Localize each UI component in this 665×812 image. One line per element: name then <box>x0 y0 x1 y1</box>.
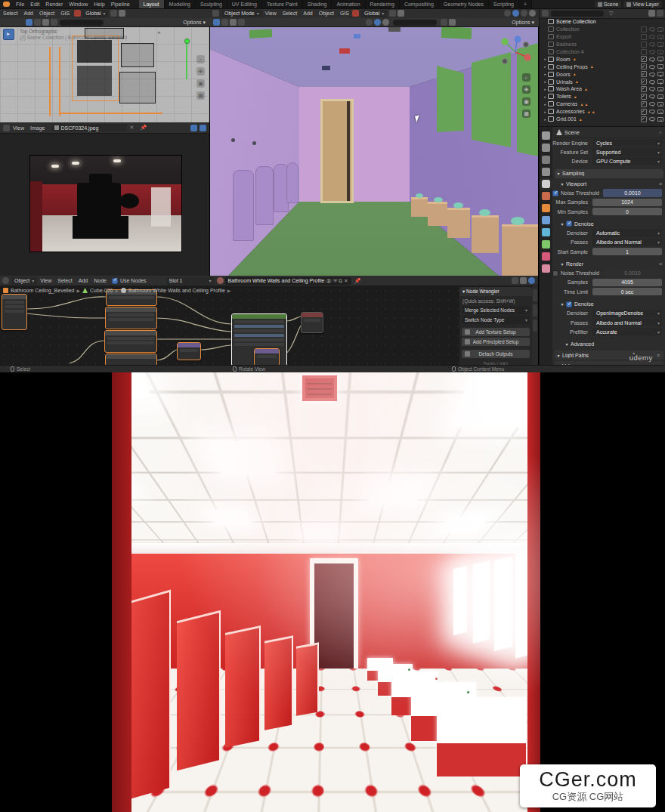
property-row[interactable]: ▾ Viewport ▾ ≡ <box>552 179 665 189</box>
property-value[interactable]: Automatic▾ <box>592 229 662 237</box>
outliner-row[interactable]: Collection <box>540 26 665 33</box>
property-value[interactable]: Albedo and Normal▾ <box>592 319 662 327</box>
exclude-checkbox[interactable] <box>641 101 647 107</box>
property-row[interactable]: ▾ Start Sample 1▾ ≡ <box>552 247 665 256</box>
node-editor-menu[interactable]: Select <box>54 278 75 283</box>
render-camera-icon[interactable] <box>657 42 663 47</box>
property-row[interactable]: ▾ Advanced ▾ ≡ <box>563 339 663 349</box>
render-camera-icon[interactable] <box>657 72 663 76</box>
render-camera-icon[interactable] <box>657 35 663 39</box>
preset-icon[interactable]: ≡ <box>659 181 662 187</box>
outliner-row[interactable]: Collection 4 <box>540 48 665 56</box>
property-value[interactable]: OpenImageDenoise▾ <box>592 310 662 318</box>
shading-rendered-icon[interactable] <box>529 10 536 17</box>
property-row[interactable]: ▾ Min Samples 0▾ ≡ <box>552 207 665 216</box>
gis-globe-icon[interactable] <box>74 10 81 17</box>
new-collection-icon[interactable] <box>648 10 655 17</box>
xray-icon[interactable] <box>42 19 49 26</box>
node-wrangler-control[interactable]: Add Principled Setup <box>462 338 530 346</box>
shader-node[interactable] <box>105 354 157 366</box>
viewport-menu[interactable]: Add <box>300 11 315 16</box>
rotate-tool-icon[interactable] <box>238 19 245 26</box>
preview-sphere-icon[interactable] <box>528 277 535 284</box>
hide-eye-icon[interactable] <box>649 35 655 39</box>
new-material-button[interactable]: ⧉ <box>339 278 342 284</box>
transform-orientation-dropdown[interactable]: Global▾ <box>82 10 108 17</box>
hide-eye-icon[interactable] <box>649 102 655 106</box>
render-camera-icon[interactable] <box>657 117 663 122</box>
axis-gizmo[interactable] <box>499 36 532 69</box>
tab-physics-icon[interactable] <box>542 228 550 236</box>
snap-magnet-icon[interactable] <box>389 10 396 17</box>
shader-node[interactable] <box>105 307 157 329</box>
unlink-material-button[interactable]: ✕ <box>344 278 348 284</box>
editor-type-icon[interactable] <box>2 277 9 284</box>
exclude-checkbox[interactable] <box>641 34 647 40</box>
outliner-row[interactable]: ▸ Grid.001 ▲ <box>540 116 665 123</box>
workspace-tab[interactable]: UV Editing <box>227 0 262 8</box>
tab-modifiers-icon[interactable] <box>542 216 550 224</box>
tab-render-icon[interactable] <box>542 144 550 152</box>
hide-eye-icon[interactable] <box>649 57 655 61</box>
checkbox-icon[interactable] <box>566 221 572 227</box>
workspace-tab[interactable]: + <box>519 0 532 8</box>
render-camera-icon[interactable] <box>657 50 663 54</box>
checkbox-icon[interactable] <box>552 190 558 196</box>
hide-eye-icon[interactable] <box>649 50 655 54</box>
zoom-icon[interactable]: ⌕ <box>522 73 530 82</box>
property-value[interactable]: Accurate▾ <box>592 328 662 336</box>
workspace-tab[interactable]: Layout <box>139 0 165 8</box>
shading-wireframe-icon[interactable] <box>504 10 511 17</box>
image-datablock-selector[interactable]: DSCF0324.jpeg <box>51 124 127 131</box>
viewport-menu[interactable]: View <box>262 11 280 16</box>
property-row[interactable]: ▾ Sampling ▾ ≡ <box>555 169 663 179</box>
image-editor-menu[interactable]: View <box>10 125 27 131</box>
gizmo-toggle-icon[interactable] <box>26 19 32 26</box>
use-nodes-checkbox[interactable]: Use Nodes <box>112 278 147 284</box>
topbar-menu[interactable]: Pipeline <box>108 2 133 7</box>
workspace-tab[interactable]: Sculpting <box>196 0 227 8</box>
pin-icon[interactable]: 📌 <box>351 278 364 284</box>
topbar-menu[interactable]: Render <box>42 2 66 7</box>
property-row[interactable]: ▾ Denoise ▾ ≡ <box>552 299 665 309</box>
viewport-3d[interactable]: ⌕ ✥ ▣ ▦ <box>210 26 538 276</box>
user-count-badge[interactable]: 2 <box>326 279 331 283</box>
ortho-menu[interactable]: Add <box>20 11 36 16</box>
render-camera-icon[interactable] <box>657 27 663 32</box>
shader-target-dropdown[interactable]: Object▾ <box>11 277 37 285</box>
shader-node[interactable] <box>2 294 27 330</box>
outliner-row[interactable]: ▸ Accessories ▲▲ <box>540 108 665 116</box>
outliner-row[interactable]: ▸ Ceiling Props ▲ <box>540 63 665 70</box>
render-camera-icon[interactable] <box>657 57 663 61</box>
editor-type-icon[interactable] <box>542 10 549 17</box>
node-editor-menu[interactable]: Node <box>91 278 110 283</box>
node-editor-menu[interactable]: Add <box>76 278 91 283</box>
render-camera-icon[interactable] <box>657 94 663 99</box>
workspace-tab[interactable]: Scripting <box>489 0 519 8</box>
outliner-search-input[interactable] <box>551 11 604 17</box>
checkbox-icon[interactable] <box>566 301 572 307</box>
camera-view-icon[interactable]: ▣ <box>196 79 205 88</box>
exclude-checkbox[interactable] <box>641 94 647 100</box>
property-value[interactable]: 1▾ <box>592 248 662 256</box>
outliner-row[interactable]: ▸ Urinals ▲ <box>540 78 665 85</box>
image-settings-icon[interactable] <box>190 125 197 131</box>
property-row[interactable]: ▾ Denoise ▾ ≡ <box>552 219 665 229</box>
render-camera-icon[interactable] <box>657 102 663 107</box>
image-display-icon[interactable] <box>200 125 206 131</box>
exclude-checkbox[interactable] <box>641 63 647 69</box>
unlink-image-button[interactable]: ✕ <box>127 125 138 131</box>
property-row[interactable]: ▾ Time Limit 0 sec▾ ≡ <box>552 287 665 296</box>
property-row[interactable]: ▾ Samples 4095▾ ≡ <box>552 278 665 287</box>
property-row[interactable]: ▾ Prefilter Accurate▾ ≡ <box>552 327 665 336</box>
property-value[interactable]: 1024▾ <box>592 199 662 207</box>
viewport-menu[interactable]: GIS <box>337 11 352 16</box>
proportional-edit-icon[interactable] <box>397 10 404 17</box>
render-camera-icon[interactable] <box>657 110 663 114</box>
property-row[interactable]: ▾ Render ▾ ≡ <box>552 259 665 269</box>
render-camera-icon[interactable] <box>657 79 663 84</box>
view-layer-selector[interactable]: View Layer <box>623 1 662 8</box>
property-value[interactable]: 4095▾ <box>592 279 662 287</box>
viewport-menu[interactable]: Object <box>316 11 337 16</box>
exclude-checkbox[interactable] <box>641 49 647 55</box>
